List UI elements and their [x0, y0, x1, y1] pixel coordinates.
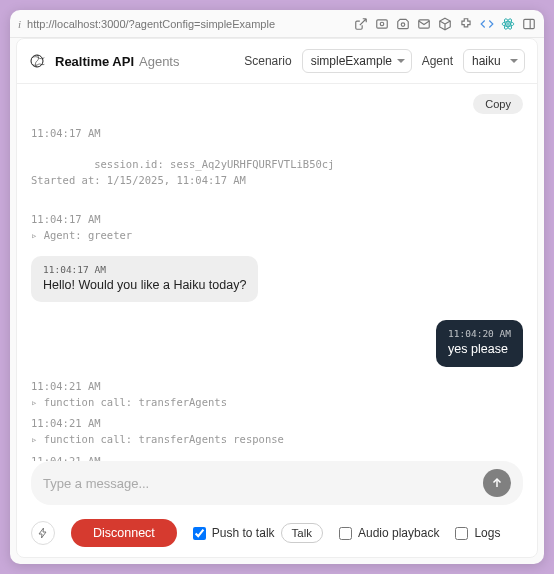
app-subtitle: Agents: [139, 54, 179, 69]
agent-select[interactable]: haiku: [463, 49, 525, 73]
cube-icon[interactable]: [438, 17, 452, 31]
openai-logo-icon: [29, 53, 45, 69]
react-devtools-icon[interactable]: [501, 17, 515, 31]
svg-point-5: [502, 21, 514, 26]
audio-playback-control[interactable]: Audio playback: [339, 526, 439, 540]
scenario-select[interactable]: simpleExample: [302, 49, 412, 73]
extensions-icon[interactable]: [459, 17, 473, 31]
disconnect-button[interactable]: Disconnect: [71, 519, 177, 547]
system-event: 11:04:21 AM▹ Agent: haiku: [31, 454, 523, 461]
svg-point-1: [380, 22, 384, 26]
bottom-toolbar: Disconnect Push to talk Talk Audio playb…: [17, 513, 537, 557]
push-to-talk-checkbox[interactable]: [193, 527, 206, 540]
camera-icon[interactable]: [396, 17, 410, 31]
main-panel: Realtime API Agents Scenario simpleExamp…: [16, 38, 538, 558]
chat-transcript: Copy 11:04:17 AM session.id: sess_Aq2yUR…: [17, 84, 537, 461]
session-id-line: session.id: sess_Aq2yURHFQURFVTLiB50cj: [94, 158, 334, 170]
logs-control[interactable]: Logs: [455, 526, 500, 540]
system-event: 11:04:21 AM▹ function call: transferAgen…: [31, 416, 523, 448]
message-input[interactable]: [43, 476, 475, 491]
svg-point-4: [507, 22, 509, 24]
svg-point-2: [401, 22, 405, 25]
share-icon[interactable]: [354, 17, 368, 31]
audio-playback-checkbox[interactable]: [339, 527, 352, 540]
scenario-label: Scenario: [244, 54, 291, 68]
agent-select-value: haiku: [472, 54, 501, 68]
panel-header: Realtime API Agents Scenario simpleExamp…: [17, 39, 537, 84]
site-info-icon[interactable]: i: [18, 18, 21, 30]
push-to-talk-control[interactable]: Push to talk Talk: [193, 523, 323, 543]
copy-button[interactable]: Copy: [473, 94, 523, 114]
screenshot-icon[interactable]: [375, 17, 389, 31]
svg-rect-8: [524, 19, 535, 28]
mail-icon[interactable]: [417, 17, 431, 31]
user-message: 11:04:20 AMyes please: [436, 320, 523, 367]
audio-playback-label: Audio playback: [358, 526, 439, 540]
agent-label: Agent: [422, 54, 453, 68]
sidebar-toggle-icon[interactable]: [522, 17, 536, 31]
assistant-message: 11:04:17 AMHello! Would you like a Haiku…: [31, 256, 258, 303]
push-to-talk-label: Push to talk: [212, 526, 275, 540]
logs-label: Logs: [474, 526, 500, 540]
session-timestamp: 11:04:17 AM: [31, 126, 523, 142]
devtools-icon[interactable]: [480, 17, 494, 31]
url-text: http://localhost:3000/?agentConfig=simpl…: [27, 18, 275, 30]
app-title: Realtime API: [55, 54, 134, 69]
message-composer: [31, 461, 523, 505]
talk-button[interactable]: Talk: [281, 523, 323, 543]
system-event: 11:04:21 AM▹ function call: transferAgen…: [31, 379, 523, 411]
scenario-select-value: simpleExample: [311, 54, 392, 68]
send-button[interactable]: [483, 469, 511, 497]
app-window: i http://localhost:3000/?agentConfig=sim…: [10, 10, 544, 564]
session-info: Copy 11:04:17 AM session.id: sess_Aq2yUR…: [31, 94, 523, 204]
url-bar[interactable]: i http://localhost:3000/?agentConfig=sim…: [18, 18, 346, 30]
spark-button[interactable]: [31, 521, 55, 545]
logs-checkbox[interactable]: [455, 527, 468, 540]
svg-rect-0: [377, 19, 388, 27]
session-start-line: Started at: 1/15/2025, 11:04:17 AM: [31, 174, 246, 186]
system-event: 11:04:17 AM▹ Agent: greeter: [31, 212, 523, 244]
browser-bar: i http://localhost:3000/?agentConfig=sim…: [10, 10, 544, 38]
